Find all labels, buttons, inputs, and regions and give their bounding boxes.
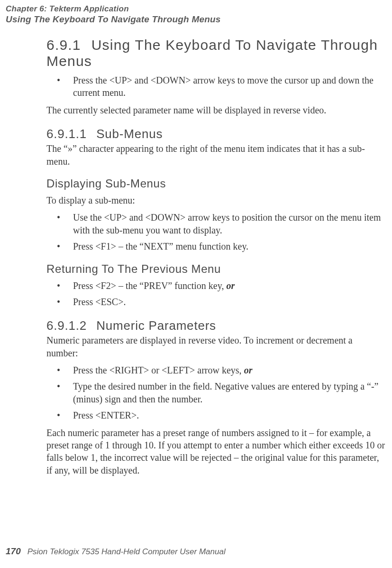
- footer-text: Psion Teklogix 7535 Hand-Held Computer U…: [27, 547, 226, 556]
- heading-6-9-1-2-number: 6.9.1.2: [46, 318, 87, 333]
- heading-returning-previous-menu: Returning To The Previous Menu: [46, 262, 386, 276]
- heading-6-9-1-number: 6.9.1: [46, 37, 81, 53]
- page-content: 6.9.1Using The Keyboard To Navigate Thro…: [46, 37, 386, 481]
- list-item: Press <ESC>.: [46, 296, 386, 308]
- heading-6-9-1-2-title: Numeric Parameters: [96, 318, 216, 333]
- bullets-6-9-1: Press the <UP> and <DOWN> arrow keys to …: [46, 74, 386, 99]
- page-footer: 170Psion Teklogix 7535 Hand-Held Compute…: [6, 546, 226, 557]
- or-emphasis: or: [244, 365, 253, 375]
- heading-displaying-sub-menus: Displaying Sub-Menus: [46, 177, 386, 190]
- heading-6-9-1-1-number: 6.9.1.1: [46, 127, 87, 141]
- page: Chapter 6: Tekterm Application Using The…: [0, 0, 392, 568]
- list-item-text: Press <F2> – the “PREV” function key,: [73, 280, 226, 291]
- list-item: Press the <RIGHT> or <LEFT> arrow keys, …: [46, 364, 386, 376]
- heading-6-9-1-2: 6.9.1.2Numeric Parameters: [46, 318, 386, 333]
- running-header-chapter: Chapter 6: Tekterm Application: [6, 4, 221, 14]
- list-item: Press the <UP> and <DOWN> arrow keys to …: [46, 74, 386, 99]
- paragraph: The “»” character appearing to the right…: [46, 142, 386, 168]
- running-header: Chapter 6: Tekterm Application Using The…: [6, 4, 221, 25]
- heading-6-9-1: 6.9.1Using The Keyboard To Navigate Thro…: [46, 37, 386, 69]
- list-item: Type the desired number in the ﬁeld. Neg…: [46, 380, 386, 405]
- or-emphasis: or: [226, 280, 235, 291]
- list-item: Press <ENTER>.: [46, 409, 386, 421]
- paragraph: Numeric parameters are displayed in reve…: [46, 334, 386, 359]
- paragraph: The currently selected parameter name wi…: [46, 104, 386, 116]
- bullets-displaying: Use the <UP> and <DOWN> arrow keys to po…: [46, 211, 386, 252]
- paragraph: Each numeric parameter has a preset rang…: [46, 427, 386, 477]
- bullets-returning: Press <F2> – the “PREV” function key, or…: [46, 279, 386, 308]
- heading-6-9-1-1: 6.9.1.1Sub-Menus: [46, 127, 386, 141]
- running-header-section: Using The Keyboard To Navigate Through M…: [6, 14, 221, 25]
- bullets-numeric: Press the <RIGHT> or <LEFT> arrow keys, …: [46, 364, 386, 422]
- heading-6-9-1-1-title: Sub-Menus: [96, 127, 163, 141]
- page-number: 170: [6, 546, 21, 556]
- list-item: Press <F2> – the “PREV” function key, or: [46, 279, 386, 292]
- list-item-text: Press the <RIGHT> or <LEFT> arrow keys,: [73, 365, 244, 375]
- paragraph: To display a sub-menu:: [46, 194, 386, 206]
- heading-6-9-1-title: Using The Keyboard To Navigate Through M…: [46, 37, 378, 69]
- list-item: Press <F1> – the “NEXT” menu function ke…: [46, 240, 386, 252]
- list-item: Use the <UP> and <DOWN> arrow keys to po…: [46, 211, 386, 236]
